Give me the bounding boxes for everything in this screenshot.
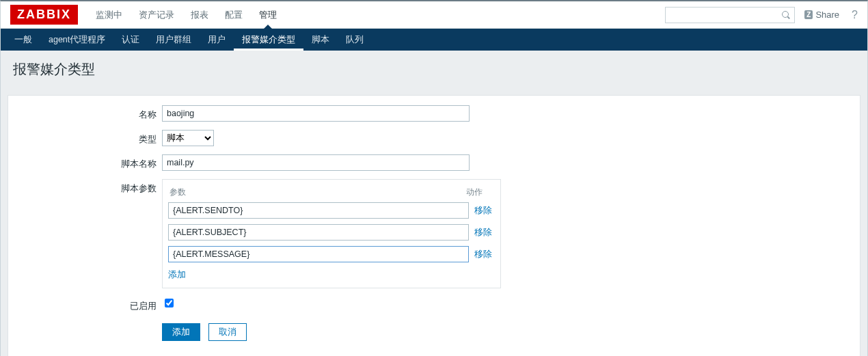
- params-header-action: 动作: [466, 187, 493, 198]
- share-button[interactable]: Z Share: [804, 10, 839, 20]
- enabled-checkbox[interactable]: [165, 299, 174, 307]
- script-name-label: 脚本名称: [8, 154, 162, 170]
- script-params-box: 参数 动作 移除移除移除 添加: [162, 179, 501, 288]
- subnav-item[interactable]: 报警媒介类型: [234, 29, 303, 51]
- form-card: 名称 类型 脚本 脚本名称 脚本参数: [8, 95, 860, 356]
- topnav-item[interactable]: 管理: [251, 1, 285, 28]
- remove-param-link[interactable]: 移除: [474, 205, 495, 217]
- subnav-item[interactable]: 认证: [113, 29, 148, 51]
- param-row: 移除: [168, 246, 495, 262]
- subnav-item[interactable]: 队列: [338, 29, 372, 51]
- topnav-item[interactable]: 资产记录: [131, 1, 182, 28]
- topnav-item[interactable]: 报表: [182, 1, 217, 28]
- param-input[interactable]: [168, 202, 469, 219]
- submit-button[interactable]: 添加: [162, 323, 200, 341]
- search-box[interactable]: [665, 7, 795, 23]
- top-nav: ZABBIX 监测中资产记录报表配置管理 Z Share ?: [1, 1, 867, 29]
- remove-param-link[interactable]: 移除: [474, 227, 495, 238]
- params-header-param: 参数: [169, 187, 466, 198]
- logo: ZABBIX: [10, 5, 78, 25]
- subnav-item[interactable]: 用户群组: [148, 29, 200, 51]
- sub-nav: 一般agent代理程序认证用户群组用户报警媒介类型脚本队列: [1, 29, 867, 51]
- param-input[interactable]: [168, 246, 469, 262]
- add-param-link[interactable]: 添加: [168, 269, 186, 281]
- subnav-item[interactable]: 一般: [6, 29, 40, 51]
- help-button[interactable]: ?: [849, 9, 860, 21]
- cancel-button[interactable]: 取消: [208, 323, 247, 341]
- script-name-input[interactable]: [162, 154, 470, 171]
- enabled-label: 已启用: [8, 297, 162, 312]
- param-row: 移除: [168, 202, 495, 219]
- param-input[interactable]: [168, 224, 469, 241]
- share-label: Share: [815, 10, 839, 20]
- remove-param-link[interactable]: 移除: [474, 249, 495, 260]
- name-input[interactable]: [162, 105, 470, 122]
- page-title: 报警媒介类型: [1, 51, 867, 88]
- subnav-item[interactable]: 用户: [200, 29, 234, 51]
- subnav-item[interactable]: 脚本: [303, 29, 338, 51]
- type-label: 类型: [8, 130, 162, 146]
- search-icon: [782, 11, 790, 19]
- type-select[interactable]: 脚本: [162, 130, 214, 146]
- script-params-label: 脚本参数: [8, 179, 162, 195]
- topnav-item[interactable]: 配置: [217, 1, 251, 28]
- zabbix-badge-icon: Z: [804, 10, 813, 19]
- search-input[interactable]: [670, 10, 782, 20]
- param-row: 移除: [168, 224, 495, 241]
- subnav-item[interactable]: agent代理程序: [40, 29, 113, 51]
- topnav-item[interactable]: 监测中: [87, 1, 131, 28]
- name-label: 名称: [8, 105, 162, 121]
